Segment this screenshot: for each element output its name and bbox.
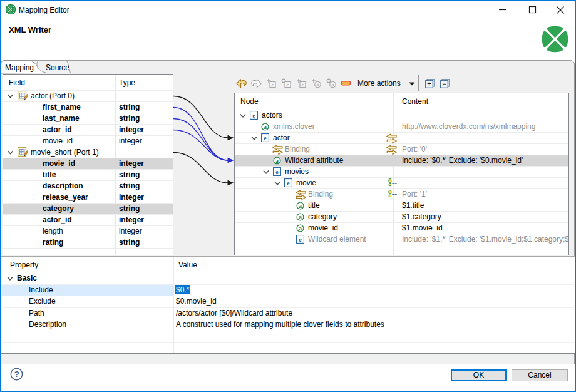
- svg-text:−: −: [442, 80, 446, 88]
- svg-text:e: e: [299, 236, 302, 243]
- svg-text:a: a: [264, 123, 267, 130]
- svg-text:e: e: [264, 135, 267, 142]
- svg-text:a: a: [299, 225, 302, 232]
- svg-text:a: a: [299, 214, 302, 220]
- svg-text:e: e: [275, 168, 279, 175]
- svg-text:e: e: [302, 81, 304, 88]
- svg-text:+: +: [427, 80, 431, 88]
- svg-text:e: e: [252, 112, 255, 119]
- svg-text:a: a: [299, 202, 302, 209]
- svg-text:e: e: [287, 180, 290, 187]
- svg-text:?: ?: [14, 369, 19, 379]
- svg-text:e: e: [272, 81, 274, 88]
- svg-text:e: e: [287, 81, 289, 88]
- svg-text:a: a: [275, 157, 279, 164]
